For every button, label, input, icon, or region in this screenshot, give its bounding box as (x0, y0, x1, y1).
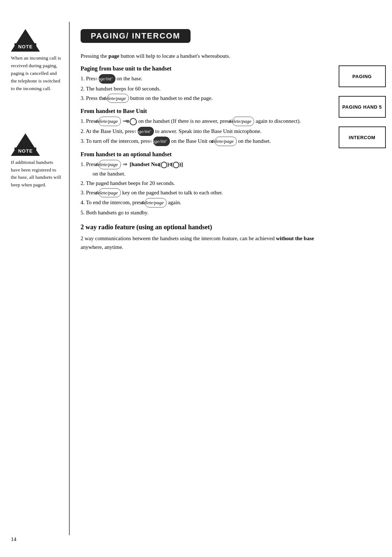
page: NOTE When an incoming call is received d… (0, 0, 392, 557)
list-item: 3. To turn off the intercom, press page/… (81, 137, 325, 146)
note-2: NOTE If additional handsets have been re… (11, 133, 62, 189)
intro-text: Pressing the page button will help to lo… (81, 52, 325, 60)
section4-title: 2 way radio feature (using an optional h… (81, 223, 325, 231)
delete-page-button-2: delete/page (99, 117, 121, 126)
note-2-label: NOTE (15, 148, 36, 154)
two-way-desc-3: anywhere, anytime. (81, 244, 123, 250)
note-1-text: When an incoming call is received during… (11, 55, 62, 93)
section1-list: 1. Press page/int' on the base. 2. The h… (81, 74, 325, 103)
delete-page-button-6: delete/page (99, 188, 121, 198)
menu-item-intercom-label: INTERCOM (349, 135, 375, 140)
page-int-button-3: page/int' (153, 137, 170, 146)
note-2-header: NOTE (11, 133, 62, 157)
list-item: 1. Press delete/page ⇒ 0 on the handset … (81, 117, 325, 126)
circle-1: 1 (161, 162, 167, 168)
menu-item-paging-hand5-label: PAGING HAND 5 (342, 104, 382, 110)
note-1-header: NOTE (11, 29, 62, 52)
page-int-button-2: page/int' (138, 127, 154, 136)
circle-7: 7 (173, 162, 179, 168)
list-item: 2. The paged handset beeps for 20 second… (81, 179, 325, 187)
note-2-text: If additional handsets have been registe… (11, 159, 62, 189)
list-item: 3. Press delete/page key on the paged ha… (81, 188, 325, 198)
list-item: 2. At the Base Unit, press page/int' to … (81, 127, 325, 136)
handset-no-label: [handset No.(1)-(7)] (130, 161, 183, 167)
main-content: PAGING/ INTERCOM Pressing the page butto… (70, 22, 336, 535)
two-way-desc-1: 2 way communications between the handset… (81, 235, 274, 241)
delete-page-button-1: delete/page (107, 94, 129, 103)
delete-page-button-3: delete/page (232, 117, 254, 126)
section1-title: Paging from base unit to the handset (81, 65, 325, 72)
page-title: PAGING/ INTERCOM (81, 29, 191, 43)
arrow-icon-2: ⇒ (123, 161, 127, 167)
note-1-label: NOTE (15, 43, 36, 50)
list-item: 4. To end the intercom, press delete/pag… (81, 198, 325, 207)
list-item: 1. Press delete/page ⇒ [handset No.(1)-(… (81, 160, 325, 178)
section3-list: 1. Press delete/page ⇒ [handset No.(1)-(… (81, 160, 325, 217)
left-sidebar: NOTE When an incoming call is received d… (0, 22, 69, 535)
menu-item-intercom[interactable]: INTERCOM (339, 126, 386, 148)
right-sidebar: PAGING PAGING HAND 5 INTERCOM (336, 22, 392, 535)
list-item: 3. Press the delete/page button on the h… (81, 94, 325, 103)
list-item: 1. Press page/int' on the base. (81, 74, 325, 84)
section2-title: From handset to Base Unit (81, 108, 325, 114)
menu-item-paging-hand5[interactable]: PAGING HAND 5 (339, 96, 386, 118)
zero-button: 0 (130, 118, 137, 125)
note-1-triangle: NOTE (11, 29, 40, 52)
page-int-button-1: page/int' (99, 74, 115, 84)
menu-item-paging-label: PAGING (352, 74, 372, 79)
delete-page-button-7: delete/page (145, 198, 167, 207)
note-1: NOTE When an incoming call is received d… (11, 29, 62, 93)
section2-list: 1. Press delete/page ⇒ 0 on the handset … (81, 117, 325, 146)
delete-page-button-5: delete/page (99, 160, 121, 169)
section3-title: From handset to an optional handset (81, 151, 325, 158)
menu-item-paging[interactable]: PAGING (339, 65, 386, 87)
list-item: 2. The handset beeps for 60 seconds. (81, 84, 325, 93)
page-number: 14 (11, 536, 16, 542)
list-item: 5. Both handsets go to standby. (81, 208, 325, 217)
section4-desc: 2 way communications between the handset… (81, 234, 325, 251)
delete-page-button-4: delete/page (215, 137, 237, 146)
without-base-text: without the base (276, 235, 314, 241)
page-header: PAGING/ INTERCOM (81, 29, 325, 43)
note-2-triangle: NOTE (11, 133, 40, 156)
